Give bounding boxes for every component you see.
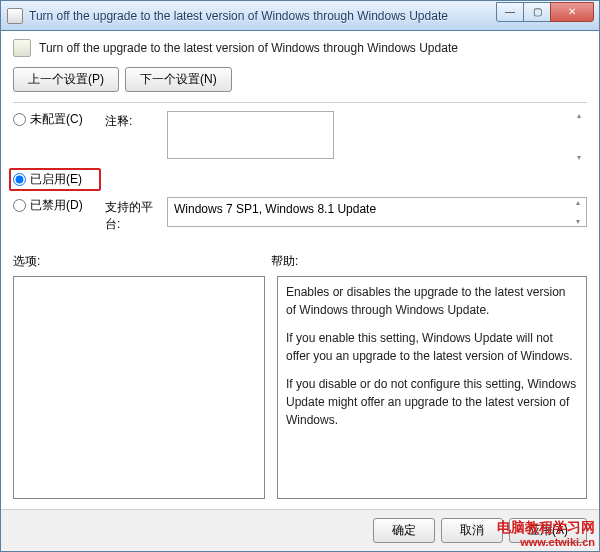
next-setting-button[interactable]: 下一个设置(N) — [125, 67, 232, 92]
apply-button[interactable]: 应用(A) — [509, 518, 587, 543]
content-area: Turn off the upgrade to the latest versi… — [1, 31, 599, 509]
gpo-editor-window: Turn off the upgrade to the latest versi… — [0, 0, 600, 552]
window-title: Turn off the upgrade to the latest versi… — [29, 9, 497, 23]
radio-enabled[interactable]: 已启用(E) — [9, 168, 101, 191]
help-panel: Enables or disables the upgrade to the l… — [277, 276, 587, 499]
ok-button[interactable]: 确定 — [373, 518, 435, 543]
radio-enabled-label: 已启用(E) — [30, 171, 82, 188]
policy-icon — [13, 39, 31, 57]
radio-not-configured-label: 未配置(C) — [30, 111, 83, 128]
radio-not-configured-input[interactable] — [13, 113, 26, 126]
radio-disabled-label: 已禁用(D) — [30, 197, 83, 214]
footer: 确定 取消 应用(A) 电脑教程学习网 www.etwiki.cn — [1, 509, 599, 551]
titlebar: Turn off the upgrade to the latest versi… — [1, 1, 599, 31]
policy-header: Turn off the upgrade to the latest versi… — [13, 39, 587, 57]
panels: Enables or disables the upgrade to the l… — [13, 276, 587, 499]
help-text-1: Enables or disables the upgrade to the l… — [286, 283, 578, 319]
supported-label: 支持的平台: — [105, 197, 167, 233]
scroll-down-icon: ▾ — [573, 153, 585, 162]
scroll-down-icon: ▾ — [572, 217, 584, 226]
mid-labels: 选项: 帮助: — [13, 253, 587, 270]
previous-setting-button[interactable]: 上一个设置(P) — [13, 67, 119, 92]
radio-enabled-input[interactable] — [13, 173, 26, 186]
cancel-button[interactable]: 取消 — [441, 518, 503, 543]
divider — [13, 102, 587, 103]
radio-not-configured[interactable]: 未配置(C) — [13, 111, 105, 128]
nav-buttons: 上一个设置(P) 下一个设置(N) — [13, 67, 587, 92]
radio-disabled[interactable]: 已禁用(D) — [13, 197, 105, 214]
supported-platforms-text: Windows 7 SP1, Windows 8.1 Update — [174, 202, 376, 216]
maximize-button[interactable]: ▢ — [523, 2, 551, 22]
scroll-up-icon: ▴ — [572, 198, 584, 207]
comment-textarea[interactable] — [167, 111, 334, 159]
minimize-button[interactable]: — — [496, 2, 524, 22]
supported-platforms-box: Windows 7 SP1, Windows 8.1 Update ▴▾ — [167, 197, 587, 227]
help-text-3: If you disable or do not configure this … — [286, 375, 578, 429]
config-area: 未配置(C) 注释: ▴▾ 已启用(E) 已禁用(D) — [13, 111, 587, 239]
app-icon — [7, 8, 23, 24]
options-label: 选项: — [13, 253, 271, 270]
close-button[interactable]: ✕ — [550, 2, 594, 22]
policy-title: Turn off the upgrade to the latest versi… — [39, 41, 458, 55]
help-label: 帮助: — [271, 253, 298, 270]
radio-disabled-input[interactable] — [13, 199, 26, 212]
scroll-up-icon: ▴ — [573, 111, 585, 120]
help-text-2: If you enable this setting, Windows Upda… — [286, 329, 578, 365]
window-controls: — ▢ ✕ — [497, 2, 594, 22]
options-panel — [13, 276, 265, 499]
comment-label: 注释: — [105, 111, 167, 130]
